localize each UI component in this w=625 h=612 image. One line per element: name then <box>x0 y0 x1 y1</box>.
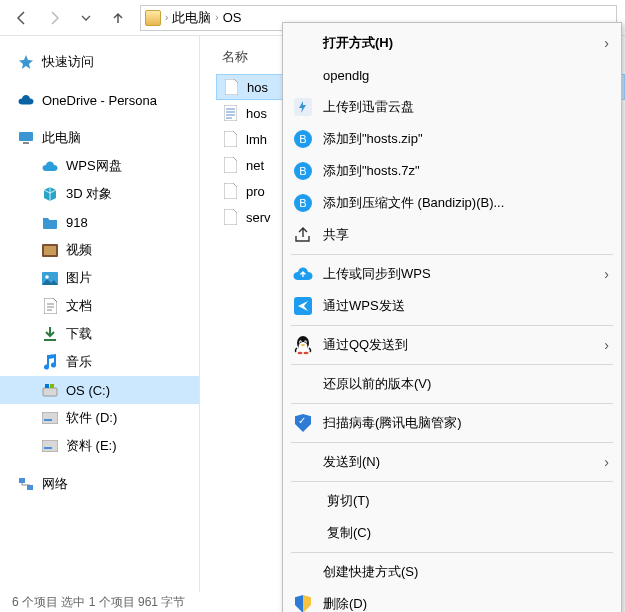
file-name: hos <box>246 106 267 121</box>
blank-icon <box>293 33 313 53</box>
chevron-right-icon: › <box>165 12 168 23</box>
sidebar-item-pictures[interactable]: 图片 <box>0 264 199 292</box>
separator <box>291 254 613 255</box>
file-icon <box>222 131 238 147</box>
context-menu: 打开方式(H)› opendlg 上传到迅雷云盘 B添加到"hosts.zip"… <box>282 22 622 612</box>
sidebar-label: WPS网盘 <box>66 157 122 175</box>
ctx-send-to[interactable]: 发送到(N)› <box>283 446 621 478</box>
file-name: net <box>246 158 264 173</box>
ctx-bandizip[interactable]: B添加到压缩文件 (Bandizip)(B)... <box>283 187 621 219</box>
breadcrumb-thispc[interactable]: 此电脑 <box>172 9 211 27</box>
separator <box>291 442 613 443</box>
sidebar-label: OS (C:) <box>66 383 110 398</box>
ctx-wps-upload[interactable]: 上传或同步到WPS› <box>283 258 621 290</box>
file-icon <box>222 183 238 199</box>
svg-rect-0 <box>19 132 33 141</box>
svg-rect-12 <box>44 447 52 449</box>
svg-rect-13 <box>19 478 25 483</box>
ctx-7z-hosts[interactable]: B添加到"hosts.7z" <box>283 155 621 187</box>
document-icon <box>42 298 58 314</box>
separator <box>291 481 613 482</box>
sidebar-item-e[interactable]: 资料 (E:) <box>0 432 199 460</box>
file-icon <box>222 105 238 121</box>
network-icon <box>18 476 34 492</box>
sidebar-label: 网络 <box>42 475 68 493</box>
svg-rect-15 <box>224 105 237 121</box>
svg-rect-6 <box>43 388 57 396</box>
forward-button[interactable] <box>40 4 68 32</box>
sidebar-item-videos[interactable]: 视频 <box>0 236 199 264</box>
sidebar-item-downloads[interactable]: 下载 <box>0 320 199 348</box>
xunlei-icon <box>293 97 313 117</box>
pictures-icon <box>42 270 58 286</box>
ctx-qq-send[interactable]: 通过QQ发送到› <box>283 329 621 361</box>
sidebar-item-os-c[interactable]: OS (C:) <box>0 376 199 404</box>
status-bar: 6 个项目 选中 1 个项目 961 字节 <box>0 592 197 612</box>
svg-rect-1 <box>23 142 29 144</box>
sidebar-item-918[interactable]: 918 <box>0 208 199 236</box>
wps-send-icon <box>293 296 313 316</box>
sidebar-onedrive[interactable]: OneDrive - Persona <box>0 86 199 114</box>
file-name: hos <box>247 80 268 95</box>
chevron-right-icon: › <box>215 12 218 23</box>
folder-icon <box>42 214 58 230</box>
chevron-right-icon: › <box>604 337 609 353</box>
svg-rect-10 <box>44 419 52 421</box>
sidebar-item-3d[interactable]: 3D 对象 <box>0 180 199 208</box>
drive-icon <box>42 438 58 454</box>
back-button[interactable] <box>8 4 36 32</box>
ctx-wps-send[interactable]: 通过WPS发送 <box>283 290 621 322</box>
wps-cloud-icon <box>293 264 313 284</box>
ctx-delete[interactable]: 删除(D) <box>283 588 621 612</box>
sidebar-this-pc[interactable]: 此电脑 <box>0 124 199 152</box>
blank-icon <box>293 562 313 582</box>
shield-check-icon <box>293 413 313 433</box>
separator <box>291 403 613 404</box>
chevron-right-icon: › <box>604 454 609 470</box>
ctx-opendlg[interactable]: opendlg <box>283 59 621 91</box>
sidebar-label: 此电脑 <box>42 129 81 147</box>
star-icon <box>18 54 34 70</box>
ctx-scan[interactable]: 扫描病毒(腾讯电脑管家) <box>283 407 621 439</box>
breadcrumb-os[interactable]: OS <box>223 10 242 25</box>
sidebar-item-documents[interactable]: 文档 <box>0 292 199 320</box>
ctx-restore[interactable]: 还原以前的版本(V) <box>283 368 621 400</box>
sidebar-network[interactable]: 网络 <box>0 470 199 498</box>
blank-icon <box>293 452 313 472</box>
ctx-open-with[interactable]: 打开方式(H)› <box>283 27 621 59</box>
ctx-shortcut[interactable]: 创建快捷方式(S) <box>283 556 621 588</box>
music-icon <box>42 354 58 370</box>
up-button[interactable] <box>104 4 132 32</box>
separator <box>291 364 613 365</box>
blank-icon <box>293 65 313 85</box>
file-icon <box>222 209 238 225</box>
sidebar-label: 文档 <box>66 297 92 315</box>
drive-icon <box>42 410 58 426</box>
sidebar-item-d[interactable]: 软件 (D:) <box>0 404 199 432</box>
separator <box>291 552 613 553</box>
bandizip-icon: B <box>293 193 313 213</box>
cloud-icon <box>42 158 58 174</box>
ctx-copy[interactable]: 复制(C) <box>283 517 621 549</box>
sidebar: 快速访问 OneDrive - Persona 此电脑 WPS网盘 3D 对象 … <box>0 36 200 592</box>
sidebar-quick-access[interactable]: 快速访问 <box>0 48 199 76</box>
svg-rect-7 <box>45 384 49 388</box>
ctx-zip-hosts[interactable]: B添加到"hosts.zip" <box>283 123 621 155</box>
sidebar-item-wps[interactable]: WPS网盘 <box>0 152 199 180</box>
uac-shield-icon <box>293 594 313 612</box>
ctx-cut[interactable]: 剪切(T) <box>283 485 621 517</box>
chevron-right-icon: › <box>604 35 609 51</box>
separator <box>291 325 613 326</box>
cube-icon <box>42 186 58 202</box>
cloud-icon <box>18 92 34 108</box>
sidebar-label: 图片 <box>66 269 92 287</box>
video-icon <box>42 242 58 258</box>
ctx-xunlei[interactable]: 上传到迅雷云盘 <box>283 91 621 123</box>
ctx-share[interactable]: 共享 <box>283 219 621 251</box>
svg-point-5 <box>45 275 49 279</box>
sidebar-label: 下载 <box>66 325 92 343</box>
recent-dropdown[interactable] <box>72 4 100 32</box>
sidebar-label: OneDrive - Persona <box>42 93 157 108</box>
sidebar-item-music[interactable]: 音乐 <box>0 348 199 376</box>
drive-icon <box>42 382 58 398</box>
